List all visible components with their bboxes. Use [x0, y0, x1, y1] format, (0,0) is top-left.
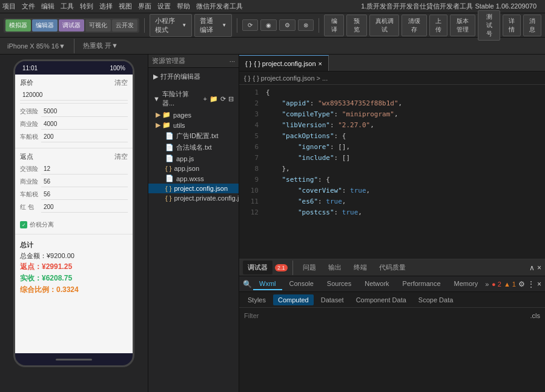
visual-btn[interactable]: 可视化: [85, 19, 111, 32]
code-line-1: {: [266, 87, 540, 98]
settings-btn[interactable]: ⚙: [279, 19, 296, 31]
dp-tab-dataset[interactable]: Dataset: [316, 294, 349, 305]
dt-tab-performance[interactable]: Performance: [397, 278, 447, 290]
menu-goto[interactable]: 转到: [80, 2, 93, 11]
add-icon[interactable]: +: [203, 95, 207, 103]
menu-file[interactable]: 文件: [22, 2, 35, 11]
jiaoqiang-input[interactable]: [41, 106, 128, 117]
phone-content: 原价 清空 交强险 商业险: [15, 75, 133, 353]
pages-folder[interactable]: ▶ 📁 pages: [148, 110, 239, 120]
dp-tab-styles[interactable]: Styles: [243, 294, 271, 305]
search-icon[interactable]: 🔍: [243, 280, 252, 288]
simulator-btn[interactable]: 模拟器: [5, 19, 31, 32]
upload-btn[interactable]: 上传: [429, 15, 448, 36]
menu-view[interactable]: 视图: [119, 2, 132, 11]
open-editors-toggle[interactable]: ▶ 打开的编辑器: [148, 70, 239, 83]
menu-ui[interactable]: 界面: [138, 2, 151, 11]
menu-select[interactable]: 选择: [99, 2, 113, 11]
menu-project[interactable]: 项目: [2, 2, 16, 11]
menu-edit[interactable]: 编辑: [41, 2, 54, 11]
ad-config-file[interactable]: 📄 广告ID配置.txt: [148, 130, 239, 142]
close-tab-icon[interactable]: ×: [319, 60, 322, 67]
chechuan-input[interactable]: [41, 131, 128, 142]
code-content[interactable]: { "appid": "wx8953347352f88b1d", "compil…: [261, 85, 545, 259]
menu-tools[interactable]: 工具: [61, 2, 74, 11]
shangy-label: 商业险: [20, 120, 41, 128]
compile-dropdown[interactable]: 普通编译: [194, 14, 232, 37]
explorer-panel: 资源管理器 ··· ▶ 打开的编辑器 ▼ 车险计算器... + 📁 ⟳ ⊟: [148, 55, 239, 392]
devtools-tab-terminal[interactable]: 终端: [349, 261, 372, 274]
dp-tab-component-data[interactable]: Component Data: [351, 294, 411, 305]
dp-tab-computed[interactable]: Computed: [273, 294, 314, 305]
mode-dropdown[interactable]: 小程序模式: [150, 14, 192, 37]
appjs-file[interactable]: 📄 app.js: [148, 153, 239, 164]
dt-tab-console[interactable]: Console: [283, 278, 320, 290]
preview-btn[interactable]: 预览: [346, 15, 367, 36]
code-line-9: "setting": {: [266, 174, 540, 185]
add-folder-icon[interactable]: 📁: [210, 95, 218, 103]
gear-icon[interactable]: ⚙: [518, 280, 525, 288]
chevron-up-icon[interactable]: ∧: [529, 264, 535, 272]
original-price-input[interactable]: [20, 90, 128, 101]
project-private-file[interactable]: { } project.private.config.js...: [148, 193, 239, 203]
devtools-tab-output[interactable]: 输出: [323, 261, 346, 274]
clear-price-btn[interactable]: 清空: [114, 78, 128, 87]
ret-chechuan-input[interactable]: [41, 189, 128, 200]
dp-tab-scope-data[interactable]: Scope Data: [414, 294, 458, 305]
clear-returns-btn[interactable]: 清空: [114, 152, 128, 161]
editor-tab-0[interactable]: { } { } project.config.json ×: [239, 55, 329, 71]
real-debug-btn[interactable]: 真机调试: [369, 15, 399, 36]
devtools-tab-quality[interactable]: 代码质量: [374, 261, 411, 274]
devtools-tab-debugger[interactable]: 调试器: [243, 261, 272, 274]
message-btn[interactable]: 消息: [523, 15, 541, 36]
refresh-btn[interactable]: ⟳: [242, 19, 258, 31]
dt-tab-sources[interactable]: Sources: [321, 278, 357, 290]
dt-tab-wxml[interactable]: Wxml: [253, 278, 282, 290]
eye-btn[interactable]: ◉: [260, 19, 277, 31]
tax-checkbox[interactable]: ✓: [20, 221, 27, 228]
ratio: 综合比例：0.3324: [20, 285, 128, 295]
ret-jiaoqiang-input[interactable]: [41, 164, 128, 174]
domain-file[interactable]: 📄 合法域名.txt: [148, 142, 239, 153]
clear-cache-btn[interactable]: 清缓存: [401, 15, 427, 36]
clear-btn[interactable]: ⊗: [298, 19, 314, 31]
menu-wechat[interactable]: 微信开发者工具: [196, 2, 243, 11]
cloud-btn[interactable]: 云开发: [112, 19, 137, 32]
project-config-file[interactable]: { } project.config.json: [148, 184, 239, 193]
compile-btn[interactable]: 编译: [324, 15, 345, 36]
version-btn[interactable]: 版本管理: [450, 15, 475, 36]
debugger-btn[interactable]: 调试器: [59, 19, 84, 32]
more-options-icon[interactable]: ⋮: [527, 280, 535, 288]
folder-icon: ▶ 📁: [156, 121, 171, 129]
test-btn[interactable]: 测试号: [478, 10, 500, 41]
dt-tab-network[interactable]: Network: [358, 278, 395, 290]
refresh-icon[interactable]: ⟳: [220, 95, 226, 103]
editor-btn[interactable]: 编辑器: [32, 19, 58, 32]
detail-btn[interactable]: 详情: [503, 15, 521, 36]
line-num: 11: [242, 196, 259, 207]
code-line-7: "include": []: [266, 153, 540, 164]
home-bar: [56, 359, 92, 360]
menu-settings[interactable]: 设置: [157, 2, 171, 11]
hot-reload[interactable]: 热重载 开▼: [79, 40, 122, 51]
ret-shangy-input[interactable]: [41, 176, 128, 187]
more-tabs-icon[interactable]: »: [485, 281, 489, 288]
dt-tab-memory[interactable]: Memory: [448, 278, 484, 290]
shangy-input[interactable]: [41, 119, 128, 130]
close-devtools-icon[interactable]: ×: [537, 264, 541, 272]
utils-folder[interactable]: ▶ 📁 utils: [148, 120, 239, 130]
project-toggle[interactable]: ▼ 车险计算器... + 📁 ⟳ ⊟: [148, 88, 239, 110]
devtools-tab-issues[interactable]: 问题: [298, 261, 321, 274]
device-selector[interactable]: iPhone X 85% 16▼: [4, 41, 69, 51]
code-view[interactable]: 1 2 3 4 5 6 7 8 9 10 11 12 { "appid": "w…: [239, 85, 545, 259]
collapse-icon[interactable]: ⊟: [228, 95, 234, 103]
code-line-12: "postcss": true,: [266, 207, 540, 218]
ret-hongbao-input[interactable]: [41, 202, 128, 213]
appjson-file[interactable]: { } app.json: [148, 164, 239, 173]
explorer-more-icon[interactable]: ···: [230, 58, 235, 65]
appwxss-file[interactable]: 📄 app.wxss: [148, 173, 239, 184]
cls-button[interactable]: .cls: [530, 312, 541, 319]
filter-input[interactable]: [244, 312, 292, 319]
menu-help[interactable]: 帮助: [177, 2, 190, 11]
close-panel-icon[interactable]: ×: [537, 280, 541, 288]
